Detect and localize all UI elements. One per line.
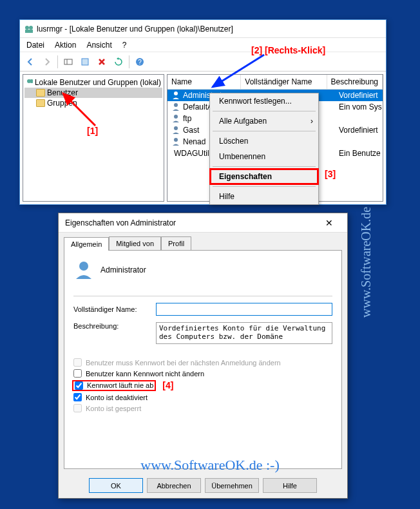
checkbox[interactable]: [73, 369, 82, 378]
dialog-title: Eigenschaften von Administrator: [65, 218, 176, 227]
chk-label: Benutzer kann Kennwort nicht ändern: [86, 370, 204, 378]
ctx-help[interactable]: Hilfe: [210, 189, 318, 204]
svg-line-16: [63, 93, 95, 126]
menu-help[interactable]: ?: [117, 39, 132, 51]
separator: [129, 55, 129, 68]
svg-rect-3: [64, 59, 72, 64]
properties-dialog: Eigenschaften von Administrator ✕ Allgem…: [58, 213, 348, 499]
watermark-side: www.SoftwareOK.de :-): [359, 191, 374, 318]
ok-button[interactable]: OK: [89, 478, 143, 493]
svg-point-0: [25, 26, 29, 30]
chk-label: Konto ist gesperrt: [86, 405, 141, 412]
chk-label: Benutzer muss Kennwort bei der nächsten …: [86, 359, 281, 367]
tab-profile[interactable]: Profil: [161, 236, 191, 250]
svg-rect-2: [25, 30, 33, 33]
watermark-bottom: www.SoftwareOK.de :-): [140, 457, 279, 474]
user-icon: [171, 126, 180, 135]
checkbox: [73, 404, 82, 412]
user-icon-large: [73, 260, 94, 280]
cell-desc: Vordefiniert: [335, 91, 383, 100]
input-fullname[interactable]: [156, 303, 332, 316]
help-button[interactable]: ?: [132, 54, 148, 70]
tabstrip: Allgemein Mitglied von Profil: [59, 233, 347, 250]
folder-icon: [36, 99, 45, 107]
label-fullname: Vollständiger Name:: [73, 305, 151, 313]
annotation-2: [2] [Rechts-Klick]: [251, 45, 325, 55]
checkbox: [73, 358, 82, 367]
window-title: lusrmgr - [Lokale Benutzer und Gruppen (…: [37, 24, 233, 34]
chk-label: Kennwort läuft nie ab: [87, 381, 153, 389]
help-button[interactable]: Hilfe: [263, 478, 317, 493]
dialog-titlebar: Eigenschaften von Administrator ✕: [59, 213, 347, 233]
cell-name: Gast: [183, 126, 199, 135]
tab-general[interactable]: Allgemein: [64, 237, 109, 251]
cell-desc: Vordefiniert: [335, 126, 383, 135]
menu-view[interactable]: Ansicht: [81, 39, 117, 51]
cell-desc: Ein Benutze: [335, 149, 383, 158]
user-icon: [171, 137, 180, 146]
chk-must-change: Benutzer muss Kennwort bei der nächsten …: [73, 358, 332, 367]
titlebar: lusrmgr - [Lokale Benutzer und Gruppen (…: [20, 20, 386, 38]
context-menu: Kennwort festlegen... Alle Aufgaben Lösc…: [209, 93, 319, 205]
user-icon: [171, 102, 180, 111]
cell-name: ftp: [183, 114, 191, 123]
chk-locked: Konto ist gesperrt: [73, 404, 332, 412]
tab-panel-general: Administrator Vollständiger Name: Beschr…: [64, 250, 342, 469]
menu-action[interactable]: Aktion: [50, 39, 81, 51]
tree-root-label: Lokale Benutzer und Gruppen (lokal): [35, 78, 161, 87]
user-icon: [171, 91, 180, 100]
menu-file[interactable]: Datei: [21, 39, 50, 51]
chk-never-expires[interactable]: Kennwort läuft nie ab [4]: [73, 380, 332, 390]
user-name-label: Administrator: [100, 265, 146, 274]
annotation-1: [1]: [87, 126, 98, 136]
dialog-buttons: OK Abbrechen Übernehmen Hilfe: [59, 474, 347, 499]
cell-name: Nenad: [183, 137, 205, 146]
apply-button[interactable]: Übernehmen: [205, 478, 259, 493]
ctx-delete[interactable]: Löschen: [210, 133, 318, 149]
separator: [213, 166, 316, 167]
folder-icon: [36, 89, 45, 97]
chk-disabled[interactable]: Konto ist deaktiviert: [73, 393, 332, 401]
close-button[interactable]: ✕: [316, 218, 342, 228]
ctx-properties[interactable]: Eigenschaften: [210, 169, 318, 184]
user-icon: [171, 114, 180, 123]
tab-member[interactable]: Mitglied von: [109, 236, 161, 250]
chk-cannot-change[interactable]: Benutzer kann Kennwort nicht ändern: [73, 369, 332, 378]
svg-point-13: [174, 126, 178, 130]
separator: [57, 55, 58, 68]
ctx-rename[interactable]: Umbenennen: [210, 149, 318, 164]
show-hide-button[interactable]: [61, 54, 76, 70]
app-icon: [24, 24, 34, 34]
separator: [213, 111, 316, 111]
chk-label: Konto ist deaktiviert: [86, 394, 148, 401]
tree-root[interactable]: Lokale Benutzer und Gruppen (lokal): [24, 77, 162, 88]
separator: [213, 131, 316, 131]
svg-point-12: [174, 115, 178, 119]
back-button[interactable]: [23, 54, 38, 70]
svg-point-14: [174, 138, 178, 142]
ctx-all-tasks[interactable]: Alle Aufgaben: [210, 113, 318, 129]
svg-line-17: [213, 55, 264, 87]
svg-point-10: [174, 91, 178, 95]
svg-point-18: [79, 262, 88, 271]
annotation-4: [4]: [162, 380, 173, 390]
svg-point-1: [29, 26, 33, 30]
annotation-3: [3]: [325, 169, 336, 179]
input-desc[interactable]: Vordefiniertes Konto für die Verwaltung …: [156, 322, 332, 344]
checkbox[interactable]: [75, 381, 83, 390]
divider: [73, 296, 332, 296]
svg-text:?: ?: [138, 59, 142, 66]
label-desc: Beschreibung:: [73, 322, 151, 330]
menubar: Datei Aktion Ansicht ?: [20, 38, 386, 52]
properties-button[interactable]: [77, 54, 93, 70]
separator: [213, 186, 316, 187]
checkbox[interactable]: [73, 393, 82, 401]
refresh-button[interactable]: [111, 54, 126, 70]
cell-desc: Ein vom Sys: [335, 102, 383, 111]
svg-point-11: [174, 103, 178, 107]
delete-button[interactable]: [94, 54, 110, 70]
col-desc[interactable]: Beschreibung: [327, 75, 383, 89]
forward-button[interactable]: [39, 54, 55, 70]
toolbar: ?: [20, 52, 386, 72]
cancel-button[interactable]: Abbrechen: [147, 478, 201, 493]
